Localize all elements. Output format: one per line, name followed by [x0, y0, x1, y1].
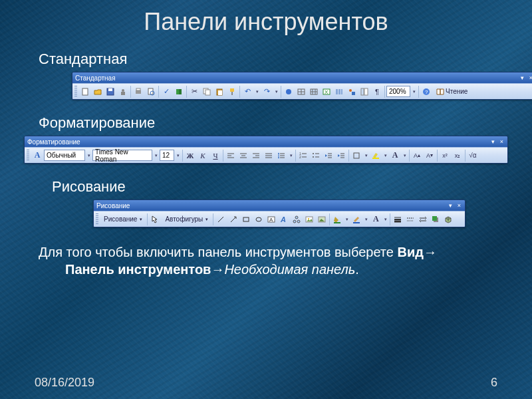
toolbar-close-icon[interactable]: ×: [456, 203, 462, 209]
insert-table-button[interactable]: [308, 86, 320, 98]
toolbar-close-icon[interactable]: ×: [499, 139, 505, 145]
decrease-indent-button[interactable]: [323, 150, 334, 162]
line-style-button[interactable]: [392, 213, 404, 225]
clipart-button[interactable]: [303, 213, 315, 225]
bold-button[interactable]: Ж: [184, 150, 196, 162]
open-button[interactable]: [92, 86, 104, 98]
wordart-button[interactable]: A: [278, 213, 290, 225]
superscript-button[interactable]: x²: [439, 150, 451, 162]
align-center-button[interactable]: [237, 150, 249, 162]
increase-indent-button[interactable]: [335, 150, 347, 162]
separator: [158, 86, 159, 98]
textbox-button[interactable]: A: [265, 213, 277, 225]
hyperlink-button[interactable]: [283, 86, 295, 98]
arrow-button[interactable]: [227, 213, 239, 225]
gripper-icon[interactable]: [96, 213, 98, 225]
svg-line-68: [231, 217, 235, 222]
undo-button[interactable]: ↶: [241, 86, 253, 98]
separator: [130, 86, 131, 98]
line-button[interactable]: [215, 213, 227, 225]
cut-button[interactable]: ✂: [188, 86, 200, 98]
paste-button[interactable]: [213, 86, 225, 98]
numbered-list-button[interactable]: 12: [297, 150, 309, 162]
line-spacing-button[interactable]: [275, 150, 287, 162]
fill-dropdown[interactable]: ▾: [344, 213, 350, 225]
toolbar-title-text: Рисование: [96, 202, 130, 209]
linecolor-dropdown[interactable]: ▾: [363, 213, 369, 225]
zoom-dropdown[interactable]: ▾: [411, 86, 417, 98]
highlight-button[interactable]: [370, 150, 382, 162]
size-dropdown[interactable]: ▾: [175, 150, 181, 162]
equation-button[interactable]: √α: [467, 150, 479, 162]
font-color-button[interactable]: A: [389, 150, 401, 162]
diagram-button[interactable]: [291, 213, 303, 225]
highlight-dropdown[interactable]: ▾: [382, 150, 388, 162]
help-button[interactable]: ?: [420, 86, 432, 98]
shrink-font-button[interactable]: A▾: [424, 150, 436, 162]
copy-button[interactable]: [201, 86, 213, 98]
redo-button[interactable]: ↷: [261, 86, 273, 98]
gripper-icon[interactable]: [74, 86, 77, 98]
spellcheck-button[interactable]: ✓: [160, 86, 172, 98]
borders-dropdown[interactable]: ▾: [363, 150, 369, 162]
font-color-button-draw[interactable]: A: [370, 213, 382, 225]
underline-button[interactable]: Ч: [209, 150, 221, 162]
select-objects-button[interactable]: [149, 213, 161, 225]
insert-picture-button[interactable]: [316, 213, 328, 225]
rectangle-button[interactable]: [240, 213, 252, 225]
research-button[interactable]: [173, 86, 185, 98]
autoshapes-button[interactable]: Автофигуры▾: [162, 213, 211, 225]
svg-rect-28: [338, 89, 340, 94]
styles-pane-button[interactable]: A: [31, 150, 43, 162]
3d-button[interactable]: [442, 213, 454, 225]
align-left-button[interactable]: [225, 150, 237, 162]
gripper-icon[interactable]: [27, 150, 29, 162]
font-dropdown[interactable]: ▾: [153, 150, 159, 162]
toolbar-close-icon[interactable]: ×: [528, 75, 532, 81]
italic-button[interactable]: К: [197, 150, 209, 162]
toolbar-options-icon[interactable]: ▾: [490, 139, 496, 145]
permissions-button[interactable]: [117, 86, 129, 98]
fill-color-button[interactable]: [331, 213, 343, 225]
draw-menu-button[interactable]: Рисование▾: [100, 213, 146, 225]
dash-style-button[interactable]: [404, 213, 416, 225]
fontcolor-dropdown[interactable]: ▾: [382, 213, 388, 225]
svg-rect-12: [205, 90, 210, 95]
columns-button[interactable]: [333, 86, 345, 98]
style-selector[interactable]: Обычный: [44, 150, 85, 161]
spacing-dropdown[interactable]: ▾: [288, 150, 294, 162]
read-mode-button[interactable]: Чтение: [433, 86, 471, 98]
oval-button[interactable]: [253, 213, 265, 225]
format-painter-button[interactable]: [226, 86, 238, 98]
print-preview-button[interactable]: [145, 86, 157, 98]
new-doc-button[interactable]: [79, 86, 91, 98]
save-button[interactable]: [104, 86, 116, 98]
zoom-field[interactable]: 200%: [386, 86, 410, 97]
doc-map-button[interactable]: [358, 86, 370, 98]
separator: [348, 150, 349, 162]
shadow-button[interactable]: [430, 213, 442, 225]
separator: [281, 86, 281, 98]
show-formatting-button[interactable]: ¶: [371, 86, 383, 98]
arrow-style-button[interactable]: [417, 213, 429, 225]
font-color-dropdown[interactable]: ▾: [402, 150, 408, 162]
redo-dropdown[interactable]: ▾: [273, 86, 279, 98]
align-right-button[interactable]: [250, 150, 262, 162]
style-dropdown[interactable]: ▾: [86, 150, 92, 162]
borders-button[interactable]: [350, 150, 362, 162]
tables-borders-button[interactable]: [295, 86, 307, 98]
undo-dropdown[interactable]: ▾: [254, 86, 260, 98]
toolbar-options-icon[interactable]: ▾: [448, 203, 454, 209]
font-selector[interactable]: Times New Roman: [92, 150, 152, 161]
drawing-toolbar-button[interactable]: [346, 86, 358, 98]
subscript-button[interactable]: x₂: [452, 150, 464, 162]
justify-button[interactable]: [263, 150, 275, 162]
line-color-button[interactable]: [350, 213, 362, 225]
insert-excel-button[interactable]: X: [321, 86, 332, 98]
font-size-selector[interactable]: 12: [160, 150, 174, 161]
print-button[interactable]: [132, 86, 144, 98]
bullet-list-button[interactable]: [310, 150, 322, 162]
toolbar-options-icon[interactable]: ▾: [519, 75, 525, 81]
slide-number: 6: [491, 376, 497, 390]
grow-font-button[interactable]: A▴: [411, 150, 423, 162]
